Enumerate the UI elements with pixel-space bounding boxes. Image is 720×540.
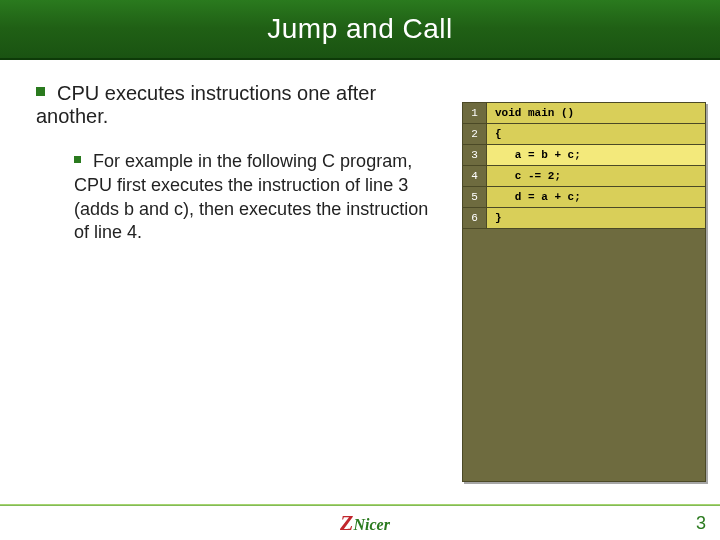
logo-z: Z	[340, 510, 353, 536]
content-area: CPU executes instructions one after anot…	[0, 70, 720, 500]
bullet-2-text: For example in the following C program, …	[74, 151, 428, 242]
code-text: {	[487, 124, 705, 145]
bullet-square-icon	[36, 87, 45, 96]
code-text: a = b + c;	[487, 145, 705, 166]
code-box: 1 void main () 2 { 3 a = b + c; 4 c -= 2…	[462, 102, 706, 482]
line-number: 4	[463, 166, 487, 187]
line-number: 5	[463, 187, 487, 208]
bullet-square-icon	[74, 156, 81, 163]
code-row: 5 d = a + c;	[463, 187, 705, 208]
code-row: 1 void main ()	[463, 103, 705, 124]
slide-title: Jump and Call	[267, 13, 452, 45]
footer: ZNicer 3	[0, 506, 720, 540]
code-row: 2 {	[463, 124, 705, 145]
code-row: 6 }	[463, 208, 705, 229]
bullet-1-text: CPU executes instructions one after anot…	[36, 82, 376, 127]
code-row-highlighted: 3 a = b + c;	[463, 145, 705, 166]
line-number: 6	[463, 208, 487, 229]
bullet-level-1: CPU executes instructions one after anot…	[36, 82, 436, 128]
line-number: 2	[463, 124, 487, 145]
code-text: void main ()	[487, 103, 705, 124]
page-number: 3	[696, 513, 706, 534]
line-number: 3	[463, 145, 487, 166]
code-text: d = a + c;	[487, 187, 705, 208]
code-row: 4 c -= 2;	[463, 166, 705, 187]
line-number: 1	[463, 103, 487, 124]
code-text: c -= 2;	[487, 166, 705, 187]
bullet-level-2: For example in the following C program, …	[74, 150, 434, 245]
code-text: }	[487, 208, 705, 229]
logo-text: Nicer	[353, 516, 389, 534]
logo: ZNicer	[340, 510, 390, 536]
title-bar: Jump and Call	[0, 0, 720, 60]
slide: Jump and Call CPU executes instructions …	[0, 0, 720, 540]
